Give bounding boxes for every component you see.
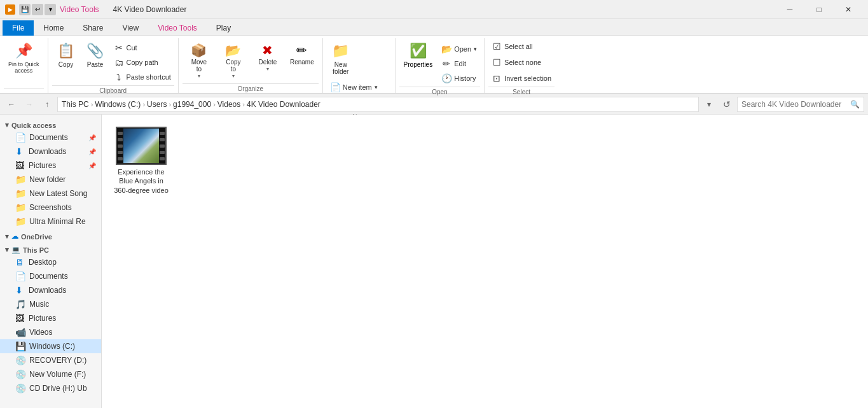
- folder-icon: 📁: [15, 216, 26, 227]
- ribbon-section-clipboard: 📋 Copy 📎 Paste ✂ Cut 🗂 Copy path ⤵ Paste: [48, 38, 179, 93]
- select-none-button[interactable]: ☐ Select none: [488, 55, 544, 69]
- pictures-icon: 🖼: [15, 160, 25, 171]
- refresh-button[interactable]: ↺: [719, 97, 734, 112]
- tab-share[interactable]: Share: [73, 20, 113, 35]
- up-button[interactable]: ↑: [39, 97, 55, 112]
- sidebar-item-label: Screenshots: [29, 203, 72, 212]
- quick-access-header[interactable]: ▾ Quick access: [0, 117, 101, 130]
- sidebar-item-screenshots[interactable]: 📁 Screenshots: [0, 200, 101, 215]
- onedrive-arrow: ▾: [5, 232, 9, 241]
- copy-to-arrow: ▾: [232, 73, 235, 79]
- sidebar: ▾ Quick access 📄 Documents 📌 ⬇ Downloads…: [0, 115, 102, 408]
- rename-button[interactable]: ✏ Rename: [286, 39, 319, 69]
- ribbon-section-pin: 📌 Pin to Quickaccess: [0, 38, 48, 93]
- sidebar-item-music[interactable]: 🎵 Music: [0, 297, 101, 311]
- cut-button[interactable]: ✂ Cut: [111, 41, 174, 55]
- tab-view[interactable]: View: [113, 20, 148, 35]
- sidebar-item-label: Documents: [29, 133, 68, 142]
- forward-button[interactable]: →: [22, 97, 37, 112]
- sidebar-item-documents2[interactable]: 📄 Documents: [0, 269, 101, 283]
- file-name: Experience the Blue Angels in 360-degree…: [114, 167, 169, 195]
- move-to-button[interactable]: 📦 Moveto ▾: [183, 39, 216, 82]
- main-area: ▾ Quick access 📄 Documents 📌 ⬇ Downloads…: [0, 115, 868, 408]
- breadcrumb-item: Windows (C:): [95, 100, 141, 109]
- breadcrumb[interactable]: This PC › Windows (C:) › Users › g1994_0…: [57, 97, 699, 112]
- sidebar-item-ultra-minimal[interactable]: 📁 Ultra Minimal Re: [0, 215, 101, 229]
- this-pc-label: This PC: [23, 246, 49, 254]
- pin-quick-access-button[interactable]: 📌 Pin to Quickaccess: [4, 39, 44, 77]
- sidebar-item-desktop[interactable]: 🖥 Desktop: [0, 255, 101, 269]
- copy-to-icon: 📂: [225, 43, 241, 58]
- back-button[interactable]: ←: [4, 97, 19, 112]
- sidebar-item-downloads2[interactable]: ⬇ Downloads: [0, 283, 101, 297]
- title-bar-left: ▶ 💾 ↩ ▾ Video Tools 4K Video Downloader: [5, 4, 186, 15]
- sidebar-item-documents[interactable]: 📄 Documents 📌: [0, 130, 101, 144]
- move-label: Moveto: [191, 59, 207, 73]
- sidebar-item-label: Downloads: [29, 147, 66, 156]
- quick-save-icon[interactable]: 💾: [19, 4, 31, 15]
- drive-d-icon: 💿: [15, 355, 26, 365]
- sidebar-item-downloads[interactable]: ⬇ Downloads 📌: [0, 144, 101, 158]
- select-label: Select: [488, 87, 555, 97]
- quick-undo-icon[interactable]: ↩: [32, 4, 43, 15]
- paste-button[interactable]: 📎 Paste: [81, 39, 109, 71]
- file-item-blue-angels[interactable]: Experience the Blue Angels in 360-degree…: [109, 122, 173, 199]
- sidebar-item-windows-c[interactable]: 💾 Windows (C:): [0, 339, 101, 353]
- quick-access-label: Quick access: [11, 122, 56, 129]
- pictures2-icon: 🖼: [15, 313, 25, 323]
- sidebar-item-label: Documents: [29, 272, 68, 281]
- quick-dropdown-icon[interactable]: ▾: [45, 4, 56, 15]
- search-box: 🔍: [737, 97, 864, 112]
- minimize-button[interactable]: ─: [775, 0, 804, 19]
- onedrive-icon: ☁: [11, 232, 18, 241]
- sidebar-item-new-folder[interactable]: 📁 New folder: [0, 172, 101, 186]
- new-folder-button[interactable]: 📁 Newfolder: [327, 39, 355, 78]
- breadcrumb-item: g1994_000: [173, 100, 211, 109]
- sidebar-item-videos[interactable]: 📹 Videos: [0, 325, 101, 339]
- search-icon[interactable]: 🔍: [850, 100, 860, 109]
- tab-play[interactable]: Play: [207, 20, 240, 35]
- tab-video-tools[interactable]: Video Tools: [148, 20, 207, 35]
- delete-arrow: ▾: [266, 66, 269, 72]
- copy-to-button[interactable]: 📂 Copyto ▾: [217, 39, 250, 82]
- documents2-icon: 📄: [15, 271, 26, 281]
- clipboard-label: Clipboard: [52, 85, 174, 95]
- search-input[interactable]: [741, 100, 850, 109]
- sidebar-item-new-volume-f[interactable]: 💿 New Volume (F:): [0, 367, 101, 381]
- sidebar-item-new-latest-song[interactable]: 📁 New Latest Song: [0, 186, 101, 200]
- tab-home[interactable]: Home: [34, 20, 73, 35]
- desktop-icon: 🖥: [15, 257, 25, 267]
- new-item-label: New item: [343, 83, 372, 91]
- delete-button[interactable]: ✖ Delete ▾: [251, 39, 284, 75]
- open-button[interactable]: 📂 Open ▾: [438, 42, 480, 56]
- organize-label: Organize: [183, 83, 319, 94]
- select-all-button[interactable]: ☑ Select all: [488, 39, 536, 53]
- properties-button[interactable]: ✅ Properties: [399, 39, 437, 71]
- title-bar: ▶ 💾 ↩ ▾ Video Tools 4K Video Downloader …: [0, 0, 868, 19]
- copy-button[interactable]: 📋 Copy: [52, 39, 80, 71]
- select-all-icon: ☑: [492, 41, 502, 52]
- sidebar-item-pictures[interactable]: 🖼 Pictures 📌: [0, 158, 101, 172]
- sidebar-item-pictures2[interactable]: 🖼 Pictures: [0, 311, 101, 325]
- invert-selection-button[interactable]: ⊡ Invert selection: [488, 71, 555, 85]
- new-item-button[interactable]: 📄 New item ▾: [327, 80, 381, 94]
- sidebar-item-cd-drive-h[interactable]: 💿 CD Drive (H:) Ub: [0, 381, 101, 395]
- properties-label: Properties: [404, 61, 433, 68]
- maximize-button[interactable]: □: [804, 0, 834, 19]
- onedrive-header[interactable]: ▾ ☁ OneDrive: [0, 229, 101, 242]
- copy-icon: 📋: [57, 43, 74, 59]
- paste-shortcut-button[interactable]: ⤵ Paste shortcut: [111, 70, 174, 84]
- history-button[interactable]: 🕐 History: [438, 71, 480, 85]
- dropdown-button[interactable]: ▾: [701, 97, 717, 112]
- this-pc-header[interactable]: ▾ 💻 This PC: [0, 242, 101, 255]
- copy-path-button[interactable]: 🗂 Copy path: [111, 55, 174, 69]
- close-button[interactable]: ✕: [834, 0, 863, 19]
- select-none-icon: ☐: [492, 57, 502, 67]
- downloads2-icon: ⬇: [15, 285, 25, 295]
- folder-icon: 📁: [15, 202, 26, 213]
- breadcrumb-item: Videos: [217, 100, 240, 109]
- sidebar-item-label: New Volume (F:): [29, 370, 86, 379]
- edit-button[interactable]: ✏ Edit: [438, 57, 480, 71]
- sidebar-item-recovery-d[interactable]: 💿 RECOVERY (D:): [0, 353, 101, 367]
- tab-file[interactable]: File: [3, 20, 34, 36]
